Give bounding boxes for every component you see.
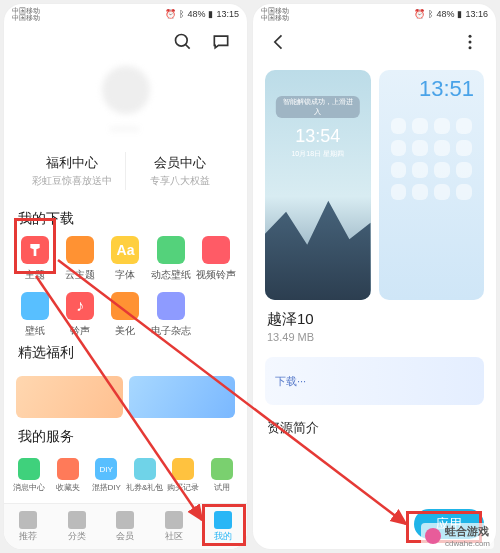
carrier-label: 中国移动 xyxy=(261,14,289,21)
phone-left: 中国移动 中国移动 ⏰ ᛒ 48% ▮ 13:15 ····· xyxy=(4,4,247,549)
tab-member[interactable]: 会员 xyxy=(101,504,150,549)
center-sub: 专享八大权益 xyxy=(126,174,233,188)
battery-icon: ▮ xyxy=(457,9,462,19)
section-downloads-title: 我的下载 xyxy=(4,204,247,236)
svc-diy[interactable]: DIY混搭DIY xyxy=(87,458,126,493)
services-row: 消息中心 收藏夹 DIY混搭DIY 礼券&礼包 购买记录 试用 xyxy=(4,454,247,493)
download-cloud-theme[interactable]: 云主题 xyxy=(57,236,102,282)
downloads-grid: 主题 云主题 Aa字体 动态壁纸 视频铃声 壁纸 ♪铃声 美化 电子杂志 xyxy=(4,236,247,338)
tab-mine[interactable]: 我的 xyxy=(198,504,247,549)
svc-favorites[interactable]: 收藏夹 xyxy=(49,458,88,493)
svc-messages[interactable]: 消息中心 xyxy=(10,458,49,493)
alarm-icon: ⏰ xyxy=(414,9,425,19)
center-title: 会员中心 xyxy=(126,154,233,172)
download-ringtone[interactable]: ♪铃声 xyxy=(57,292,102,338)
benefit-banner[interactable] xyxy=(129,376,236,418)
top-bar xyxy=(253,22,496,62)
svg-point-2 xyxy=(469,35,472,38)
battery-pct: 48% xyxy=(436,9,454,19)
preview-homescreen[interactable]: 13:51 xyxy=(379,70,485,300)
message-icon[interactable] xyxy=(209,30,233,54)
download-wallpaper[interactable]: 壁纸 xyxy=(12,292,57,338)
home-grid xyxy=(391,118,473,200)
home-clock: 13:51 xyxy=(419,76,474,102)
avatar xyxy=(102,66,150,114)
more-icon[interactable] xyxy=(458,30,482,54)
promo-banner[interactable]: 下载··· xyxy=(265,357,484,405)
top-bar xyxy=(4,22,247,62)
theme-previews: 智能解锁成功，上滑进入 13:54 10月18日 星期四 13:51 xyxy=(253,62,496,310)
download-theme[interactable]: 主题 xyxy=(12,236,57,282)
clock: 13:15 xyxy=(216,9,239,19)
svg-point-3 xyxy=(469,41,472,44)
svc-trial[interactable]: 试用 xyxy=(203,458,242,493)
download-video-ringtone[interactable]: 视频铃声 xyxy=(194,236,239,282)
tab-community[interactable]: 社区 xyxy=(150,504,199,549)
benefit-center[interactable]: 福利中心 彩虹豆惊喜放送中 xyxy=(18,152,125,190)
svg-point-4 xyxy=(469,46,472,49)
centers-row: 福利中心 彩虹豆惊喜放送中 会员中心 专享八大权益 xyxy=(18,152,233,190)
profile-area[interactable]: ····· xyxy=(4,62,247,146)
username: ····· xyxy=(111,120,140,136)
bluetooth-icon: ᛒ xyxy=(179,9,184,19)
tab-recommend[interactable]: 推荐 xyxy=(4,504,53,549)
watermark: 蛙合游戏 cdwahe.com xyxy=(421,523,494,549)
download-magazine[interactable]: 电子杂志 xyxy=(148,292,193,338)
carrier-label: 中国移动 xyxy=(12,7,40,14)
center-title: 福利中心 xyxy=(18,154,125,172)
phone-right: 中国移动 中国移动 ⏰ ᛒ 48% ▮ 13:16 智能解锁成功，上滑进入 xyxy=(253,4,496,549)
clock: 13:16 xyxy=(465,9,488,19)
watermark-logo-icon xyxy=(425,528,441,544)
tab-category[interactable]: 分类 xyxy=(53,504,102,549)
resource-intro-title: 资源简介 xyxy=(253,413,496,443)
back-icon[interactable] xyxy=(267,30,291,54)
tab-bar: 推荐 分类 会员 社区 我的 xyxy=(4,503,247,549)
search-icon[interactable] xyxy=(171,30,195,54)
carrier-label: 中国移动 xyxy=(12,14,40,21)
mountain-art xyxy=(265,190,371,300)
carrier-label: 中国移动 xyxy=(261,7,289,14)
status-bar: 中国移动 中国移动 ⏰ ᛒ 48% ▮ 13:15 xyxy=(4,4,247,22)
battery-icon: ▮ xyxy=(208,9,213,19)
alarm-icon: ⏰ xyxy=(165,9,176,19)
member-center[interactable]: 会员中心 专享八大权益 xyxy=(125,152,233,190)
download-beautify[interactable]: 美化 xyxy=(103,292,148,338)
benefit-banner[interactable] xyxy=(16,376,123,418)
watermark-url: cdwahe.com xyxy=(445,539,490,548)
watermark-brand: 蛙合游戏 xyxy=(445,524,490,539)
section-services-title: 我的服务 xyxy=(4,422,247,454)
svg-point-0 xyxy=(176,35,188,47)
status-bar: 中国移动 中国移动 ⏰ ᛒ 48% ▮ 13:16 xyxy=(253,4,496,22)
theme-size: 13.49 MB xyxy=(253,329,496,357)
lock-widget: 智能解锁成功，上滑进入 13:54 10月18日 星期四 xyxy=(276,96,360,159)
theme-title: 越泽10 xyxy=(253,310,496,329)
download-live-wallpaper[interactable]: 动态壁纸 xyxy=(148,236,193,282)
bluetooth-icon: ᛒ xyxy=(428,9,433,19)
download-font[interactable]: Aa字体 xyxy=(103,236,148,282)
svc-purchases[interactable]: 购买记录 xyxy=(164,458,203,493)
svg-line-1 xyxy=(186,45,190,49)
preview-lockscreen[interactable]: 智能解锁成功，上滑进入 13:54 10月18日 星期四 xyxy=(265,70,371,300)
center-sub: 彩虹豆惊喜放送中 xyxy=(18,174,125,188)
section-benefits-title: 精选福利 xyxy=(4,338,247,370)
svc-gifts[interactable]: 礼券&礼包 xyxy=(126,458,165,493)
battery-pct: 48% xyxy=(187,9,205,19)
benefits-banners xyxy=(4,370,247,422)
